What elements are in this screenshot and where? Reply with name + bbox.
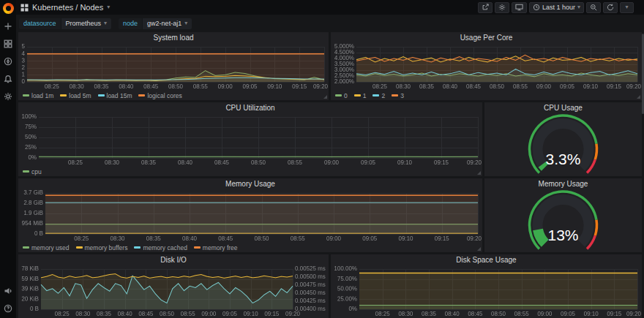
dashboard-settings-button[interactable] <box>495 2 509 13</box>
panel-disk-io: Disk I/O <box>18 254 329 318</box>
panel-disk-space-usage: Disk Space Usage <box>331 254 642 318</box>
time-range-picker[interactable]: Last 1 hour ▾ <box>529 2 584 13</box>
legend-label: memory free <box>203 244 238 251</box>
legend-swatch <box>138 94 145 96</box>
panel-memory-usage-gauge: Memory Usage 13% <box>484 178 642 252</box>
legend-label: 2 <box>381 92 385 99</box>
page-title: Kubernetes / Nodes <box>32 3 103 12</box>
legend-swatch <box>354 94 361 96</box>
panel-title[interactable]: Disk I/O <box>18 254 329 265</box>
share-button[interactable] <box>478 2 493 13</box>
time-range-label: Last 1 hour <box>542 4 575 11</box>
svg-text:13%: 13% <box>547 227 578 243</box>
variable-datasource: datasource Prometheus▾ <box>19 18 111 29</box>
legend-item[interactable]: cpu <box>23 168 42 175</box>
grafana-logo[interactable] <box>3 3 14 14</box>
legend-item[interactable]: memory free <box>194 244 238 251</box>
resize-handle[interactable] <box>637 95 640 99</box>
panel-title[interactable]: Usage Per Core <box>331 32 642 43</box>
refresh-icon <box>607 4 614 11</box>
chevron-down-icon: ▾ <box>107 4 110 10</box>
legend-item[interactable]: load 5m <box>60 92 91 99</box>
variable-datasource-select[interactable]: Prometheus▾ <box>61 18 112 29</box>
legend-item[interactable]: logical cores <box>138 92 181 99</box>
panel-title[interactable]: CPU Utilization <box>18 102 482 113</box>
disk-io-chart[interactable] <box>18 265 329 318</box>
panel-title[interactable]: CPU Usage <box>484 102 642 113</box>
refresh-button[interactable] <box>603 2 618 13</box>
panel-system-load: System load load 1mload 5mload 15mlogica… <box>18 32 329 100</box>
resize-handle[interactable] <box>477 247 481 251</box>
legend: 0123 <box>331 91 642 100</box>
create-add-icon[interactable] <box>3 21 13 31</box>
legend-item[interactable]: 2 <box>372 92 385 99</box>
disk-space-usage-chart[interactable] <box>331 265 642 318</box>
share-icon <box>482 4 489 11</box>
legend-item[interactable]: load 1m <box>23 92 53 99</box>
monitor-icon <box>515 4 523 11</box>
panel-cpu-usage-gauge: CPU Usage 3.3% <box>484 102 642 176</box>
sidebar <box>0 0 16 318</box>
legend-label: 1 <box>363 92 367 99</box>
alerting-bell-icon[interactable] <box>3 74 13 84</box>
dashboard-title-button[interactable]: Kubernetes / Nodes ▾ <box>20 3 110 12</box>
explore-compass-icon[interactable] <box>3 56 13 67</box>
cycle-view-mode-button[interactable] <box>512 2 527 13</box>
legend-item[interactable]: 3 <box>392 92 404 99</box>
search-icon <box>590 4 597 11</box>
legend-swatch <box>134 246 141 249</box>
resize-handle[interactable] <box>477 171 481 175</box>
chevron-down-icon: ▾ <box>104 20 107 26</box>
legend-swatch <box>23 246 29 249</box>
variable-node: node gw2-net-aj1▾ <box>119 18 192 29</box>
variable-node-select[interactable]: gw2-net-aj1▾ <box>142 18 192 29</box>
legend-label: load 15m <box>107 92 132 99</box>
usage-per-core-chart[interactable] <box>331 43 642 91</box>
dashboard-submenu: datasource Prometheus▾ node gw2-net-aj1▾ <box>16 15 644 32</box>
zoom-out-button[interactable] <box>586 2 601 13</box>
legend-item[interactable]: load 15m <box>98 92 132 99</box>
apps-grid-icon <box>20 4 29 12</box>
memory-usage-chart[interactable] <box>18 189 482 243</box>
clock-icon <box>533 4 540 11</box>
legend-label: logical cores <box>147 92 181 99</box>
legend-swatch <box>372 94 379 96</box>
legend-label: load 1m <box>31 92 53 99</box>
legend-item[interactable]: memory cached <box>134 244 187 251</box>
legend-item[interactable]: 0 <box>335 92 348 99</box>
navbar: Kubernetes / Nodes ▾ Last 1 hour ▾ ▾ <box>16 0 644 15</box>
panel-cpu-utilization: CPU Utilization cpu <box>18 102 482 176</box>
panel-title[interactable]: Memory Usage <box>18 178 482 189</box>
memory-usage-gauge: 13% <box>484 189 642 252</box>
legend-item[interactable]: memory used <box>23 244 70 251</box>
cpu-utilization-chart[interactable] <box>18 113 482 167</box>
dashboards-icon[interactable] <box>3 39 13 49</box>
resize-handle[interactable] <box>323 95 327 99</box>
legend-label: memory used <box>31 244 70 251</box>
legend-swatch <box>335 94 342 96</box>
legend-item[interactable]: memory buffers <box>76 244 128 251</box>
system-load-chart[interactable] <box>18 43 329 91</box>
chevron-down-icon: ▾ <box>577 4 580 10</box>
panel-memory-usage: Memory Usage memory usedmemory buffersme… <box>18 178 482 252</box>
legend-item[interactable]: 1 <box>354 92 367 99</box>
panel-usage-per-core: Usage Per Core 0123 <box>331 32 642 100</box>
legend-swatch <box>98 94 105 96</box>
legend-swatch <box>392 94 398 96</box>
refresh-interval-dropdown[interactable]: ▾ <box>620 2 634 13</box>
panel-title[interactable]: Disk Space Usage <box>331 254 642 265</box>
configuration-gear-icon[interactable] <box>3 91 13 102</box>
variable-datasource-label: datasource <box>19 18 61 29</box>
legend-swatch <box>76 246 83 249</box>
signin-icon[interactable] <box>3 286 13 296</box>
legend-label: memory buffers <box>85 244 128 251</box>
legend: memory usedmemory buffersmemory cachedme… <box>18 243 482 252</box>
legend-swatch <box>23 170 29 173</box>
legend-label: cpu <box>31 168 42 175</box>
legend-swatch <box>194 246 201 249</box>
help-icon[interactable] <box>3 303 13 314</box>
panel-title[interactable]: System load <box>18 32 329 43</box>
panel-title[interactable]: Memory Usage <box>484 178 642 189</box>
legend-label: 0 <box>344 92 348 99</box>
chevron-down-icon: ▾ <box>625 4 628 10</box>
